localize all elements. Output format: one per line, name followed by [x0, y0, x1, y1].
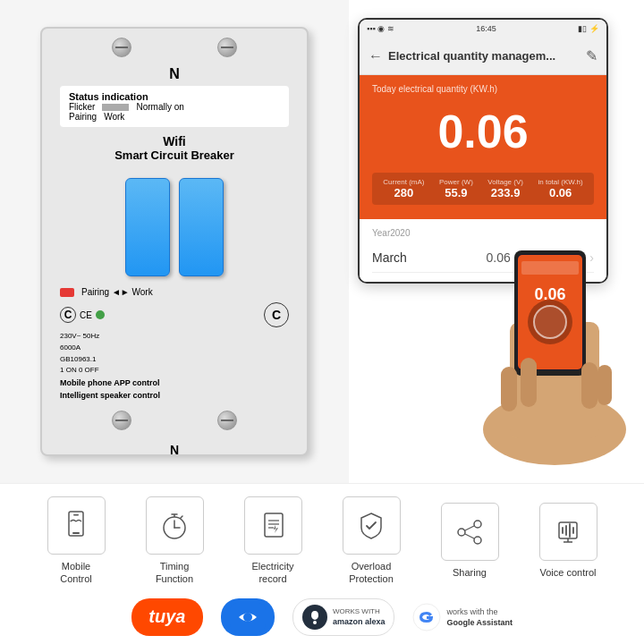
- hand-phone-illustration: 0.06: [465, 233, 644, 465]
- top-section: N Status indication Flicker Normally on …: [0, 0, 644, 483]
- normally-on-label: Normally on: [136, 102, 183, 112]
- pairing-row: Pairing Work: [69, 112, 280, 122]
- wifi-label: Wifi: [42, 134, 307, 148]
- overload-label: OverloadProtection: [349, 560, 394, 586]
- bottom-screws-row: [42, 402, 307, 439]
- handle-right: [179, 178, 224, 276]
- specs-section: 230V~ 50Hz 6000A GB10963.1 1 ON 0 OFF: [42, 331, 307, 377]
- svg-line-29: [465, 534, 474, 538]
- today-label: Today electrical quantity (KW.h): [372, 84, 594, 94]
- current-stat: Current (mA) 280: [383, 178, 424, 199]
- screw-top-left: [112, 38, 131, 57]
- ce-text: CE: [80, 310, 92, 320]
- handle-left: [125, 178, 170, 276]
- current-value: 280: [383, 186, 424, 199]
- tuya-badge: tuya: [131, 598, 203, 636]
- feature-voice: Voice control: [519, 503, 617, 579]
- google-icon: [412, 603, 441, 631]
- total-stat: in total (KW.h) 0.06: [538, 178, 582, 199]
- screw-top-right: [217, 38, 237, 57]
- mobile-label: MobileControl: [60, 560, 91, 586]
- alexa-badge: WORKS WITH amazon alexa: [292, 598, 395, 636]
- alexa-circle: [302, 605, 327, 630]
- mobile-icon: [59, 509, 93, 543]
- feature-timing: TimingFunction: [125, 496, 224, 586]
- breaker-title: Smart Circuit Breaker: [42, 148, 307, 162]
- status-bar: ▪▪▪ ◉ ≋ 16:45 ▮▯ ⚡: [360, 20, 606, 38]
- svg-point-8: [534, 306, 566, 338]
- alexa-icon: [306, 608, 324, 626]
- c-rating: C: [264, 302, 289, 327]
- voice-label: Voice control: [540, 566, 597, 579]
- overload-icon-box: [343, 496, 401, 555]
- voice-icon-box: [539, 503, 597, 561]
- specs-switch: 1 ON 0 OFF: [60, 365, 289, 377]
- mobile-icon-box: [47, 496, 106, 555]
- svg-rect-5: [521, 261, 579, 275]
- specs-voltage: 230V~ 50Hz: [60, 331, 289, 343]
- share-icon: [453, 515, 487, 549]
- phone-header: ← Electrical quantity managem... ✎: [360, 38, 606, 75]
- current-label: Current (mA): [383, 178, 424, 186]
- power-value: 55.9: [439, 186, 473, 199]
- svg-point-27: [474, 537, 481, 544]
- c-mark: C: [60, 307, 76, 323]
- signal-icons: ▪▪▪ ◉ ≋: [367, 24, 394, 33]
- circuit-breaker: N Status indication Flicker Normally on …: [40, 27, 309, 456]
- edit-icon[interactable]: ✎: [586, 47, 597, 64]
- n-label-top: N: [42, 66, 307, 86]
- svg-point-25: [474, 521, 481, 528]
- status-section: Status indication Flicker Normally on Pa…: [60, 86, 289, 127]
- feature-electricity: Electricityrecord: [224, 496, 322, 586]
- shield-icon: [354, 509, 388, 543]
- alexa-text: WORKS WITH amazon alexa: [333, 607, 386, 625]
- status-title: Status indication: [69, 91, 280, 102]
- alexa-name: amazon alexa: [333, 617, 386, 626]
- smart-life-icon: [225, 598, 270, 636]
- svg-point-38: [243, 613, 252, 622]
- svg-rect-9: [501, 367, 517, 411]
- ce-marks: C CE: [60, 307, 105, 323]
- phone-hand-container: 0.06: [465, 233, 644, 465]
- timing-label: TimingFunction: [156, 560, 193, 586]
- work-label-small: Work: [104, 112, 124, 122]
- flicker-label: Flicker: [69, 102, 95, 112]
- tuya-label: tuya: [148, 606, 185, 627]
- main-display: Today electrical quantity (KW.h) 0.06 Cu…: [360, 75, 606, 219]
- features-row: MobileControl TimingFunction: [0, 484, 644, 591]
- sharing-label: Sharing: [453, 566, 487, 579]
- status-time: 16:45: [476, 24, 496, 33]
- svg-rect-14: [72, 532, 80, 534]
- feature-mobile: MobileControl: [27, 496, 125, 586]
- mobile-control: Mobile phone APP control: [42, 377, 307, 389]
- google-works-label: works with the: [446, 606, 513, 618]
- voltage-stat: Voltage (V) 233.9: [487, 178, 523, 199]
- product-image-area: N Status indication Flicker Normally on …: [0, 0, 349, 483]
- timing-icon-box: [146, 496, 204, 555]
- svg-rect-11: [581, 362, 597, 409]
- pairing-label-small: Pairing: [69, 112, 97, 122]
- battery-icon: ▮▯ ⚡: [578, 24, 599, 33]
- brands-row: tuya WORKS WITH: [0, 591, 644, 643]
- screw-bottom-right: [217, 411, 237, 430]
- total-value: 0.06: [538, 186, 582, 199]
- svg-rect-21: [265, 513, 283, 537]
- svg-point-39: [313, 621, 317, 624]
- google-text: works with the Google Assistant: [446, 606, 513, 627]
- voice-icon: [551, 515, 585, 549]
- red-indicator: [60, 288, 74, 297]
- big-value: 0.06: [372, 96, 594, 173]
- n-label-bottom: N: [42, 439, 307, 461]
- total-label: in total (KW.h): [538, 178, 582, 186]
- back-arrow-icon[interactable]: ←: [369, 48, 383, 64]
- feature-overload: OverloadProtection: [322, 496, 420, 586]
- main-container: N Status indication Flicker Normally on …: [0, 0, 644, 644]
- power-label: Power (W): [439, 178, 473, 186]
- ce-row: C CE C: [42, 299, 307, 331]
- status-row: Flicker Normally on: [69, 102, 280, 112]
- svg-point-26: [458, 529, 465, 536]
- bottom-section: MobileControl TimingFunction: [0, 483, 644, 644]
- google-name: Google Assistant: [446, 618, 513, 627]
- stats-row: Current (mA) 280 Power (W) 55.9 Voltage …: [372, 173, 594, 205]
- specs-current: 6000A: [60, 343, 289, 354]
